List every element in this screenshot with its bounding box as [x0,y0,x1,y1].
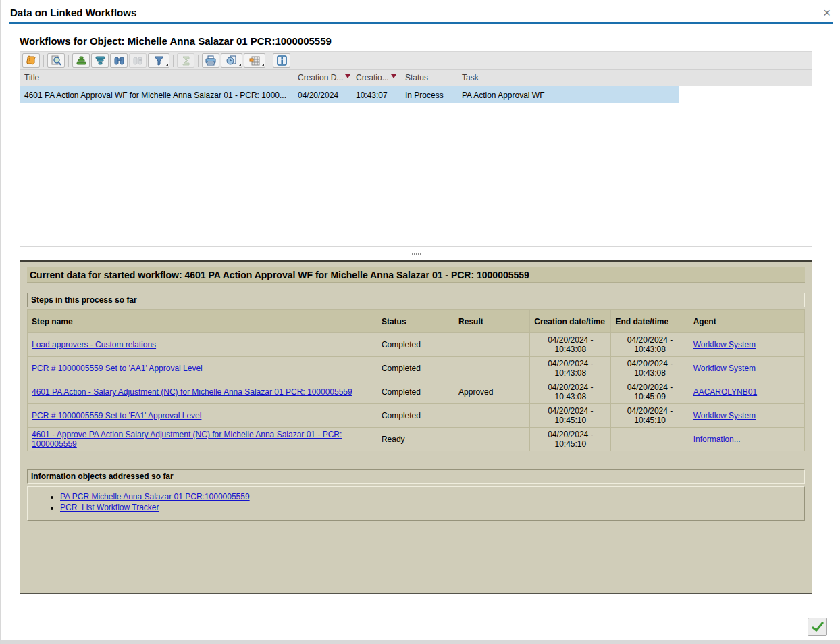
agent-link[interactable]: AACAROLYNB01 [693,387,757,397]
toolbar-separator [68,55,69,67]
find-icon[interactable] [110,53,128,68]
agent-link[interactable]: Workflow System [693,364,756,373]
cell-creation: 04/20/2024 - 10:45:10 [530,404,611,428]
confirm-button[interactable] [808,618,827,636]
column-header-status[interactable]: Status [401,70,458,86]
steps-col-creation: Creation date/time [530,310,611,333]
info-object-link[interactable]: PCR_List Workflow Tracker [60,503,159,512]
list-item: PA PCR Michelle Anna Salazar 01 PCR:1000… [60,492,802,501]
grid-scrollbar-area[interactable] [20,232,812,243]
cell-end: 04/20/2024 - 10:43:08 [611,333,689,357]
steps-header-row: Step name Status Result Creation date/ti… [28,310,805,333]
cell-creation-date: 04/20/2024 [294,86,352,103]
filter-icon[interactable] [148,53,169,68]
cell-result [454,333,530,357]
column-label: Title [24,73,39,82]
table-row[interactable]: 4601 PA Action Approval WF for Michelle … [20,86,812,103]
workflow-table-header: Title Creation D... Creatio... Status Ta… [20,70,812,86]
cell-end: 04/20/2024 - 10:45:10 [611,404,689,428]
cell-creation-time: 10:43:07 [352,86,401,103]
agent-link[interactable]: Workflow System [693,340,756,349]
cell-result [454,428,530,451]
steps-col-end: End date/time [611,310,689,333]
print-icon[interactable] [202,53,219,68]
cell-creation: 04/20/2024 - 10:43:08 [530,380,611,404]
dropdown-arrow-icon [261,64,264,66]
details-header-text: Current data for started workflow: 4601 … [30,270,529,280]
step-link[interactable]: PCR # 1000005559 Set to 'AA1' Approval L… [32,364,203,373]
table-row: PCR # 1000005559 Set to 'FA1' Approval L… [28,404,805,428]
agent-link[interactable]: Workflow System [693,411,756,420]
agent-link[interactable]: Information... [693,435,741,444]
list-item: PCR_List Workflow Tracker [60,503,802,512]
step-link[interactable]: 4601 - Approve PA Action Salary Adjustme… [32,430,342,449]
toolbar-separator [173,55,174,67]
column-header-title[interactable]: Title [20,70,294,86]
toolbar-separator [43,55,44,67]
cell-result [454,357,530,380]
page-title: Workflows for Object: Michelle Anna Sala… [20,35,332,47]
export-icon[interactable] [244,53,265,68]
grid-empty-area [20,103,812,232]
workflow-details-panel: Current data for started workflow: 4601 … [20,260,812,594]
column-header-filler [679,70,812,86]
table-row: 4601 PA Action - Salary Adjustment (NC) … [28,380,805,404]
sort-indicator-icon [345,74,350,78]
cell-task: PA Action Approval WF [458,86,679,103]
toolbar-separator [269,55,269,67]
steps-col-status: Status [377,310,454,333]
check-icon [812,622,824,633]
step-link[interactable]: 4601 PA Action - Salary Adjustment (NC) … [32,387,352,397]
cell-status: Completed [377,333,454,357]
cell-creation: 04/20/2024 - 10:43:08 [530,357,611,380]
info-object-link[interactable]: PA PCR Michelle Anna Salazar 01 PCR:1000… [60,492,250,501]
steps-table: Step name Status Result Creation date/ti… [27,309,805,451]
cell-result [454,404,530,428]
cell-status: Completed [377,404,454,428]
close-icon[interactable]: × [823,6,831,19]
display-details-icon[interactable] [47,53,65,68]
table-row: 4601 - Approve PA Action Salary Adjustme… [28,428,805,451]
sort-ascending-icon[interactable] [72,53,90,68]
cell-end [611,428,689,451]
cell-status: Ready [377,428,454,451]
views-icon[interactable] [221,53,242,68]
dropdown-arrow-icon [165,64,168,66]
cell-creation: 04/20/2024 - 10:43:08 [530,333,611,357]
cell-status: Completed [377,380,454,404]
dropdown-arrow-icon [238,64,241,66]
column-header-creation-time[interactable]: Creatio... [352,70,401,86]
column-header-task[interactable]: Task [458,70,679,86]
column-header-creation-date[interactable]: Creation D... [294,70,352,86]
step-link[interactable]: PCR # 1000005559 Set to 'FA1' Approval L… [32,411,201,420]
table-row: Load approvers - Custom relations Comple… [28,333,805,357]
column-label: Status [405,73,428,82]
workflow-grid: Title Creation D... Creatio... Status Ta… [20,51,812,247]
steps-col-result: Result [454,310,530,333]
cell-title: 4601 PA Action Approval WF for Michelle … [20,86,294,103]
workflow-log-icon[interactable] [22,53,40,68]
steps-box-title: Steps in this process so far [27,293,805,307]
grid-toolbar [20,52,812,70]
steps-col-agent: Agent [689,310,804,333]
sum-icon[interactable] [177,53,194,68]
find-next-icon[interactable] [129,53,147,68]
splitter-handle[interactable] [20,251,812,257]
dialog-data-on-linked-workflows: Data on Linked Workflows × Workflows for… [0,0,840,644]
column-label: Creation D... [298,73,343,82]
sort-descending-icon[interactable] [91,53,109,68]
cell-status: Completed [377,357,454,380]
information-icon[interactable] [273,53,290,68]
column-label: Task [462,73,479,82]
title-divider [9,22,833,24]
cell-creation: 04/20/2024 - 10:45:10 [530,428,611,451]
table-row: PCR # 1000005559 Set to 'AA1' Approval L… [28,357,805,380]
cell-result: Approved [454,380,530,404]
step-link[interactable]: Load approvers - Custom relations [32,340,156,349]
cell-filler [679,86,812,103]
info-objects-body: PA PCR Michelle Anna Salazar 01 PCR:1000… [27,486,805,521]
info-objects-section: Information objects addressed so far PA … [27,469,805,521]
toolbar-separator [198,55,199,67]
cell-end: 04/20/2024 - 10:45:09 [611,380,689,404]
info-objects-title: Information objects addressed so far [27,469,805,484]
